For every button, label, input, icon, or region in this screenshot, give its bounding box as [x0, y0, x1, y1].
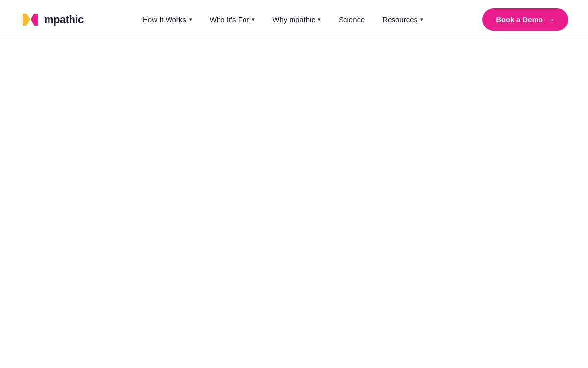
nav-item-science[interactable]: Science [332, 11, 371, 27]
nav-item-why-mpathic[interactable]: Why mpathic ▾ [266, 11, 328, 27]
book-demo-label: Book a Demo [496, 15, 543, 24]
logo-link[interactable]: mpathic [20, 9, 84, 30]
main-header: mpathic How It Works ▾ Who It's For ▾ Wh… [0, 0, 588, 39]
nav-item-who-its-for[interactable]: Who It's For ▾ [203, 11, 262, 27]
main-content [0, 39, 588, 368]
nav-label-how-it-works: How It Works [143, 15, 186, 24]
nav-label-why-mpathic: Why mpathic [272, 15, 315, 24]
nav-label-who-its-for: Who It's For [210, 15, 249, 24]
arrow-icon: → [547, 15, 555, 24]
chevron-down-icon: ▾ [420, 16, 423, 23]
logo-icon [20, 9, 41, 30]
nav-item-resources[interactable]: Resources ▾ [375, 11, 430, 27]
main-nav: How It Works ▾ Who It's For ▾ Why mpathi… [136, 11, 430, 27]
nav-label-science: Science [339, 15, 365, 24]
nav-label-resources: Resources [382, 15, 417, 24]
chevron-down-icon: ▾ [189, 16, 192, 23]
logo-text: mpathic [44, 13, 84, 26]
book-demo-button[interactable]: Book a Demo → [482, 8, 568, 31]
chevron-down-icon: ▾ [318, 16, 321, 23]
nav-item-how-it-works[interactable]: How It Works ▾ [136, 11, 199, 27]
chevron-down-icon: ▾ [252, 16, 255, 23]
